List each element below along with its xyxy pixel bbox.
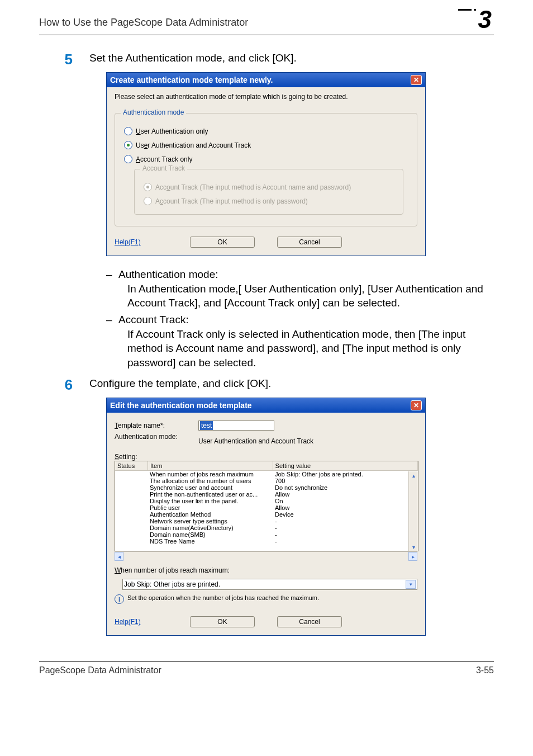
dialog2-title: Edit the authentication mode template [110, 401, 252, 410]
scrollbar-horizontal[interactable]: ◂ ▸ [115, 551, 417, 561]
row-value: - [273, 531, 418, 538]
table-row[interactable]: Print the non-authenticated user or ac..… [115, 491, 418, 498]
row-item: Public user [147, 504, 273, 511]
scroll-left-icon[interactable]: ◂ [115, 552, 123, 561]
radio-user-auth-and-track[interactable]: User Authentication and Account Track [124, 141, 408, 149]
radio-icon [124, 155, 132, 163]
row-value: Device [273, 511, 418, 518]
row-item: Synchronize user and account [147, 484, 273, 491]
table-row[interactable]: Domain name(SMB)- [115, 531, 418, 538]
radio-at-name-password: Account Track (The input method is Accou… [144, 183, 394, 191]
note1-term: Authentication mode: [118, 268, 218, 280]
row-item: NDS Tree Name [147, 538, 273, 545]
scroll-down-icon[interactable]: ▾ [410, 543, 417, 551]
table-row[interactable]: Display the user list in the panel.On [115, 498, 418, 504]
auth-mode-label: Authentication mode: [115, 433, 193, 441]
table-header: Status Item Setting value [115, 461, 418, 471]
radio-icon [144, 183, 152, 191]
cancel-button[interactable]: Cancel [277, 616, 342, 627]
cancel-button[interactable]: Cancel [277, 237, 342, 248]
footer-left: PageScope Data Administrator [39, 665, 161, 675]
col-value: Setting value [273, 461, 418, 470]
table-row[interactable]: Network server type settings- [115, 518, 418, 525]
table-row[interactable]: Synchronize user and accountDo not synch… [115, 484, 418, 491]
header-title: How to Use the PageScope Data Administra… [39, 17, 248, 29]
radio-user-auth-only[interactable]: User Authentication only [124, 127, 408, 135]
row-item: The allocation of the number of users [147, 478, 273, 484]
auth-mode-value: User Authentication and Account Track [198, 433, 313, 445]
chevron-down-icon[interactable]: ▾ [406, 580, 416, 589]
table-row[interactable]: The allocation of the number of users700 [115, 478, 418, 484]
row-item: Domain name(SMB) [147, 531, 273, 538]
setting-value-dropdown[interactable]: Job Skip: Other jobs are printed. ▾ [122, 579, 417, 590]
row-value: - [273, 525, 418, 531]
step6-text: Configure the template, and click [OK]. [89, 376, 494, 391]
dialog1-title: Create authentication mode template newl… [110, 75, 273, 84]
radio-icon [124, 127, 132, 135]
info-icon: i [115, 594, 124, 604]
close-icon[interactable]: ✕ [411, 75, 422, 85]
chapter-badge: 3 [455, 9, 494, 31]
ok-button[interactable]: OK [190, 237, 255, 248]
row-item: Print the non-authenticated user or ac..… [147, 491, 273, 498]
radio-icon [144, 197, 152, 205]
row-value: On [273, 498, 418, 504]
col-item: Item [148, 461, 273, 470]
table-row[interactable]: NDS Tree Name- [115, 538, 418, 545]
scroll-up-icon[interactable]: ▴ [410, 471, 417, 479]
chapter-number: 3 [476, 6, 492, 34]
radio-account-track-only[interactable]: Account Track only [124, 155, 408, 163]
step5-number: 5 [39, 51, 89, 67]
row-value: - [273, 538, 418, 545]
table-row[interactable]: When number of jobs reach maximumJob Ski… [115, 471, 418, 478]
row-value: Allow [273, 504, 418, 511]
scroll-right-icon[interactable]: ▸ [408, 552, 417, 561]
step6-number: 6 [39, 376, 89, 392]
settings-table[interactable]: Status Item Setting value When number of… [115, 461, 418, 551]
template-name-label: Template name*: [115, 422, 193, 429]
table-row[interactable]: Domain name(ActiveDirectory)- [115, 525, 418, 531]
footer-right: 3-55 [476, 665, 494, 675]
info-text: Set the operation when the number of job… [127, 594, 319, 601]
setting-label: Setting: [115, 453, 417, 461]
row-item: When number of jobs reach maximum [147, 471, 273, 478]
row-value: Allow [273, 491, 418, 498]
row-item: Network server type settings [147, 518, 273, 525]
note2-term: Account Track: [118, 314, 189, 325]
table-row[interactable]: Authentication MethodDevice [115, 511, 418, 518]
selected-setting-label: When number of jobs reach maximum: [115, 566, 417, 574]
dialog-edit-auth-template: Edit the authentication mode template ✕ … [106, 398, 426, 636]
dialog-create-auth-mode: Create authentication mode template newl… [106, 72, 426, 256]
note1-desc: In Authentication mode,[ User Authentica… [127, 282, 494, 310]
close-icon[interactable]: ✕ [411, 400, 422, 410]
row-value: Job Skip: Other jobs are printed. [273, 471, 418, 478]
radio-icon [124, 141, 132, 149]
ok-button[interactable]: OK [190, 616, 255, 627]
help-link[interactable]: Help(F1) [115, 618, 141, 626]
step5-text: Set the Authentication mode, and click [… [89, 51, 494, 65]
table-row[interactable]: Public userAllow [115, 504, 418, 511]
template-name-input[interactable]: test [198, 420, 274, 431]
col-status: Status [115, 461, 148, 470]
account-track-legend: Account Track [140, 164, 187, 172]
scrollbar-vertical[interactable]: ▴ ▾ [408, 471, 418, 551]
row-value: 700 [273, 478, 418, 484]
row-item: Authentication Method [147, 511, 273, 518]
dialog1-intro: Please select an authentication mode of … [115, 93, 417, 101]
row-item: Domain name(ActiveDirectory) [147, 525, 273, 531]
help-link[interactable]: Help(F1) [115, 238, 141, 246]
dropdown-value: Job Skip: Other jobs are printed. [124, 580, 220, 588]
row-value: - [273, 518, 418, 525]
note2-desc: If Account Track only is selected in Aut… [127, 327, 494, 370]
row-value: Do not synchronize [273, 484, 418, 491]
auth-mode-legend: Authentication mode [121, 108, 186, 116]
row-item: Display the user list in the panel. [147, 498, 273, 504]
radio-at-password-only: Account Track (The input method is only … [144, 197, 394, 205]
